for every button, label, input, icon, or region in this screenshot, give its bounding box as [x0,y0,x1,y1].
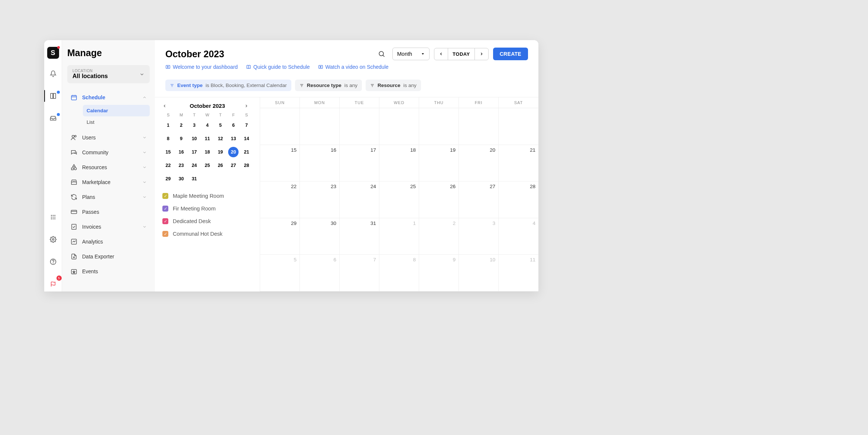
mini-day[interactable]: 25 [202,160,213,171]
calendar-cell[interactable] [379,108,419,145]
prev-button[interactable] [434,48,448,60]
mini-day[interactable]: 11 [202,133,213,144]
mini-day[interactable]: 28 [241,160,252,171]
calendar-cell[interactable]: 7 [340,255,379,291]
search-button[interactable] [375,48,388,60]
calendar-cell[interactable]: 24 [340,181,379,218]
calendar-cell[interactable]: 26 [419,181,459,218]
mini-day[interactable]: 14 [241,133,252,144]
calendar-cell[interactable]: 22 [260,181,300,218]
calendar-cell[interactable]: 11 [499,255,538,291]
nav-analytics[interactable]: Analytics [67,234,150,249]
mini-day[interactable]: 6 [228,120,239,130]
calendar-cell[interactable]: 21 [499,145,538,182]
mini-day[interactable]: 30 [176,174,187,184]
mini-prev-button[interactable] [162,104,171,108]
filter-chip[interactable]: Resource type is any [295,80,362,91]
mini-day[interactable]: 5 [215,120,226,130]
mini-day[interactable]: 23 [176,160,187,171]
help-link-dashboard[interactable]: Welcome to your dashboard [165,64,238,70]
mini-day[interactable]: 13 [228,133,239,144]
calendar-cell[interactable] [459,108,499,145]
mini-day[interactable]: 27 [228,160,239,171]
mini-day[interactable]: 20 [228,147,239,157]
mini-day[interactable]: 18 [202,147,213,157]
mini-day[interactable]: 19 [215,147,226,157]
nav-invoices[interactable]: Invoices [67,219,150,234]
location-selector[interactable]: LOCATION All locations [67,65,150,83]
calendar-cell[interactable]: 2 [419,218,459,255]
nav-schedule-list[interactable]: List [83,116,150,128]
calendar-cell[interactable]: 1 [379,218,419,255]
calendar-cell[interactable]: 28 [499,181,538,218]
settings-icon[interactable] [46,232,61,247]
calendar-cell[interactable]: 16 [300,145,340,182]
mini-day[interactable]: 1 [163,120,174,130]
mini-day[interactable]: 26 [215,160,226,171]
mini-day[interactable]: 4 [202,120,213,130]
notifications-icon[interactable] [46,66,61,81]
calendar-cell[interactable]: 25 [379,181,419,218]
filter-chip[interactable]: Resource is any [366,80,421,91]
mini-day[interactable]: 16 [176,147,187,157]
mini-day[interactable]: 12 [215,133,226,144]
resource-filter-item[interactable]: ✓Fir Meeting Room [162,206,252,212]
nav-plans[interactable]: Plans [67,190,150,204]
help-link-guide[interactable]: Quick guide to Schedule [246,64,310,70]
filter-chip[interactable]: Event type is Block, Booking, External C… [165,80,291,91]
nav-data-exporter[interactable]: Data Exporter [67,249,150,264]
mini-day[interactable]: 17 [189,147,200,157]
calendar-cell[interactable]: 8 [379,255,419,291]
apps-icon[interactable] [46,210,61,225]
mini-day[interactable]: 15 [163,147,174,157]
help-icon[interactable] [46,254,61,269]
mini-day[interactable]: 22 [163,160,174,171]
mini-day[interactable]: 31 [189,174,200,184]
mini-day[interactable]: 10 [189,133,200,144]
calendar-cell[interactable]: 23 [300,181,340,218]
calendar-cell[interactable]: 31 [340,218,379,255]
calendar-cell[interactable]: 6 [300,255,340,291]
calendar-cell[interactable] [340,108,379,145]
calendar-cell[interactable] [260,108,300,145]
calendar-cell[interactable] [300,108,340,145]
mini-day[interactable]: 24 [189,160,200,171]
mini-day[interactable]: 29 [163,174,174,184]
calendar-cell[interactable] [419,108,459,145]
today-button[interactable]: TODAY [448,48,475,60]
resource-filter-item[interactable]: ✓Dedicated Desk [162,218,252,224]
nav-events[interactable]: Events [67,264,150,279]
nav-schedule-calendar[interactable]: Calendar [83,105,150,116]
resource-filter-item[interactable]: ✓Communal Hot Desk [162,231,252,237]
calendar-cell[interactable]: 17 [340,145,379,182]
next-button[interactable] [475,48,488,60]
calendar-cell[interactable]: 30 [300,218,340,255]
calendar-cell[interactable]: 20 [459,145,499,182]
calendar-cell[interactable]: 29 [260,218,300,255]
mini-day[interactable]: 8 [163,133,174,144]
mini-next-button[interactable] [244,104,252,108]
create-button[interactable]: CREATE [493,48,528,60]
nav-users[interactable]: Users [67,130,150,145]
calendar-cell[interactable]: 9 [419,255,459,291]
flag-icon[interactable]: 5 [46,277,61,291]
app-logo[interactable]: S [47,47,59,59]
resource-filter-item[interactable]: ✓Maple Meeting Room [162,193,252,199]
calendar-cell[interactable]: 10 [459,255,499,291]
calendar-cell[interactable]: 19 [419,145,459,182]
nav-marketplace[interactable]: Marketplace [67,175,150,190]
mini-day[interactable]: 9 [176,133,187,144]
help-link-video[interactable]: Watch a video on Schedule [318,64,389,70]
calendar-cell[interactable]: 27 [459,181,499,218]
calendar-cell[interactable] [499,108,538,145]
dashboard-icon[interactable] [46,88,61,103]
nav-schedule[interactable]: Schedule [67,90,150,105]
view-selector[interactable]: Month [392,48,430,60]
calendar-cell[interactable]: 4 [499,218,538,255]
mini-day[interactable]: 21 [241,147,252,157]
calendar-cell[interactable]: 3 [459,218,499,255]
nav-community[interactable]: Community [67,145,150,160]
inbox-icon[interactable] [46,111,61,126]
calendar-cell[interactable]: 5 [260,255,300,291]
nav-passes[interactable]: Passes [67,204,150,219]
